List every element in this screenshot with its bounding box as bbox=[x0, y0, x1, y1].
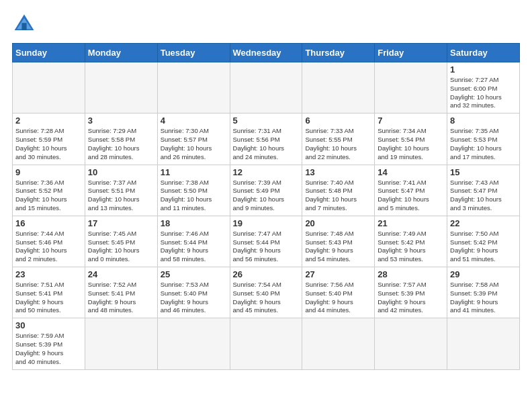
day-number: 3 bbox=[88, 116, 154, 126]
calendar-table: SundayMondayTuesdayWednesdayThursdayFrid… bbox=[12, 43, 520, 370]
day-number: 23 bbox=[15, 269, 82, 279]
day-number: 16 bbox=[15, 218, 82, 228]
calendar-cell: 26Sunrise: 7:54 AMSunset: 5:40 PMDayligh… bbox=[230, 267, 302, 318]
day-info: Sunrise: 7:43 AMSunset: 5:47 PMDaylight:… bbox=[450, 179, 517, 213]
day-info: Sunrise: 7:48 AMSunset: 5:43 PMDaylight:… bbox=[305, 230, 371, 264]
day-info: Sunrise: 7:49 AMSunset: 5:42 PMDaylight:… bbox=[378, 230, 444, 264]
calendar-cell bbox=[302, 62, 375, 113]
logo-icon bbox=[12, 12, 36, 36]
calendar-cell: 1Sunrise: 7:27 AMSunset: 6:00 PMDaylight… bbox=[447, 62, 520, 113]
day-number: 6 bbox=[305, 116, 371, 126]
calendar-cell: 5Sunrise: 7:31 AMSunset: 5:56 PMDaylight… bbox=[230, 113, 302, 165]
calendar-cell: 3Sunrise: 7:29 AMSunset: 5:58 PMDaylight… bbox=[85, 113, 157, 165]
day-info: Sunrise: 7:50 AMSunset: 5:42 PMDaylight:… bbox=[450, 230, 517, 264]
calendar-cell: 16Sunrise: 7:44 AMSunset: 5:46 PMDayligh… bbox=[13, 216, 85, 267]
calendar-header-thursday: Thursday bbox=[302, 44, 375, 62]
calendar-header-tuesday: Tuesday bbox=[157, 44, 230, 62]
day-info: Sunrise: 7:36 AMSunset: 5:52 PMDaylight:… bbox=[15, 179, 82, 213]
day-number: 29 bbox=[450, 269, 517, 279]
day-info: Sunrise: 7:53 AMSunset: 5:40 PMDaylight:… bbox=[161, 281, 227, 315]
calendar-header-row: SundayMondayTuesdayWednesdayThursdayFrid… bbox=[13, 44, 520, 62]
day-number: 5 bbox=[233, 116, 300, 126]
day-number: 18 bbox=[161, 218, 227, 228]
day-number: 14 bbox=[378, 167, 444, 177]
calendar-week-5: 23Sunrise: 7:51 AMSunset: 5:41 PMDayligh… bbox=[13, 267, 520, 318]
day-info: Sunrise: 7:38 AMSunset: 5:50 PMDaylight:… bbox=[161, 179, 227, 213]
day-info: Sunrise: 7:35 AMSunset: 5:53 PMDaylight:… bbox=[450, 127, 517, 161]
day-number: 11 bbox=[161, 167, 227, 177]
calendar-cell: 2Sunrise: 7:28 AMSunset: 5:59 PMDaylight… bbox=[13, 113, 85, 165]
day-info: Sunrise: 7:40 AMSunset: 5:48 PMDaylight:… bbox=[305, 179, 371, 213]
calendar-cell: 15Sunrise: 7:43 AMSunset: 5:47 PMDayligh… bbox=[447, 165, 520, 216]
day-info: Sunrise: 7:29 AMSunset: 5:58 PMDaylight:… bbox=[88, 127, 154, 161]
calendar-week-1: 1Sunrise: 7:27 AMSunset: 6:00 PMDaylight… bbox=[13, 62, 520, 113]
calendar-cell: 13Sunrise: 7:40 AMSunset: 5:48 PMDayligh… bbox=[302, 165, 375, 216]
day-number: 13 bbox=[305, 167, 371, 177]
day-number: 15 bbox=[450, 167, 517, 177]
calendar-cell: 17Sunrise: 7:45 AMSunset: 5:45 PMDayligh… bbox=[85, 216, 157, 267]
calendar-header-friday: Friday bbox=[375, 44, 447, 62]
day-info: Sunrise: 7:56 AMSunset: 5:40 PMDaylight:… bbox=[305, 281, 371, 315]
day-number: 10 bbox=[88, 167, 154, 177]
day-number: 22 bbox=[450, 218, 517, 228]
svg-rect-2 bbox=[21, 23, 26, 30]
day-info: Sunrise: 7:54 AMSunset: 5:40 PMDaylight:… bbox=[233, 281, 300, 315]
calendar-week-3: 9Sunrise: 7:36 AMSunset: 5:52 PMDaylight… bbox=[13, 165, 520, 216]
calendar-cell: 10Sunrise: 7:37 AMSunset: 5:51 PMDayligh… bbox=[85, 165, 157, 216]
calendar-week-6: 30Sunrise: 7:59 AMSunset: 5:39 PMDayligh… bbox=[13, 318, 520, 369]
calendar-cell: 6Sunrise: 7:33 AMSunset: 5:55 PMDaylight… bbox=[302, 113, 375, 165]
calendar-cell bbox=[375, 318, 447, 369]
calendar-cell: 4Sunrise: 7:30 AMSunset: 5:57 PMDaylight… bbox=[157, 113, 230, 165]
calendar-cell: 20Sunrise: 7:48 AMSunset: 5:43 PMDayligh… bbox=[302, 216, 375, 267]
header bbox=[12, 12, 520, 36]
calendar-cell bbox=[157, 62, 230, 113]
calendar-cell: 11Sunrise: 7:38 AMSunset: 5:50 PMDayligh… bbox=[157, 165, 230, 216]
day-number: 8 bbox=[450, 116, 517, 126]
day-number: 30 bbox=[15, 320, 82, 330]
day-info: Sunrise: 7:37 AMSunset: 5:51 PMDaylight:… bbox=[88, 179, 154, 213]
day-info: Sunrise: 7:39 AMSunset: 5:49 PMDaylight:… bbox=[233, 179, 300, 213]
day-info: Sunrise: 7:27 AMSunset: 6:00 PMDaylight:… bbox=[450, 76, 517, 110]
calendar-cell: 12Sunrise: 7:39 AMSunset: 5:49 PMDayligh… bbox=[230, 165, 302, 216]
calendar-header-monday: Monday bbox=[85, 44, 157, 62]
day-info: Sunrise: 7:58 AMSunset: 5:39 PMDaylight:… bbox=[450, 281, 517, 315]
calendar-cell bbox=[157, 318, 230, 369]
logo bbox=[12, 12, 40, 36]
day-number: 25 bbox=[161, 269, 227, 279]
day-info: Sunrise: 7:34 AMSunset: 5:54 PMDaylight:… bbox=[378, 127, 444, 161]
calendar-cell: 18Sunrise: 7:46 AMSunset: 5:44 PMDayligh… bbox=[157, 216, 230, 267]
calendar-cell bbox=[230, 62, 302, 113]
day-number: 12 bbox=[233, 167, 300, 177]
calendar-week-4: 16Sunrise: 7:44 AMSunset: 5:46 PMDayligh… bbox=[13, 216, 520, 267]
day-number: 17 bbox=[88, 218, 154, 228]
day-info: Sunrise: 7:52 AMSunset: 5:41 PMDaylight:… bbox=[88, 281, 154, 315]
calendar-cell: 23Sunrise: 7:51 AMSunset: 5:41 PMDayligh… bbox=[13, 267, 85, 318]
calendar-cell: 7Sunrise: 7:34 AMSunset: 5:54 PMDaylight… bbox=[375, 113, 447, 165]
day-number: 27 bbox=[305, 269, 371, 279]
calendar-header-wednesday: Wednesday bbox=[230, 44, 302, 62]
calendar-cell: 30Sunrise: 7:59 AMSunset: 5:39 PMDayligh… bbox=[13, 318, 85, 369]
calendar-cell: 29Sunrise: 7:58 AMSunset: 5:39 PMDayligh… bbox=[447, 267, 520, 318]
calendar-cell: 8Sunrise: 7:35 AMSunset: 5:53 PMDaylight… bbox=[447, 113, 520, 165]
day-info: Sunrise: 7:28 AMSunset: 5:59 PMDaylight:… bbox=[15, 127, 82, 161]
calendar-week-2: 2Sunrise: 7:28 AMSunset: 5:59 PMDaylight… bbox=[13, 113, 520, 165]
day-info: Sunrise: 7:46 AMSunset: 5:44 PMDaylight:… bbox=[161, 230, 227, 264]
day-info: Sunrise: 7:45 AMSunset: 5:45 PMDaylight:… bbox=[88, 230, 154, 264]
day-number: 2 bbox=[15, 116, 82, 126]
day-number: 7 bbox=[378, 116, 444, 126]
calendar-cell: 24Sunrise: 7:52 AMSunset: 5:41 PMDayligh… bbox=[85, 267, 157, 318]
calendar-cell bbox=[375, 62, 447, 113]
day-info: Sunrise: 7:59 AMSunset: 5:39 PMDaylight:… bbox=[15, 332, 82, 366]
day-info: Sunrise: 7:33 AMSunset: 5:55 PMDaylight:… bbox=[305, 127, 371, 161]
calendar-header-saturday: Saturday bbox=[447, 44, 520, 62]
day-number: 19 bbox=[233, 218, 300, 228]
calendar-cell bbox=[85, 62, 157, 113]
day-info: Sunrise: 7:44 AMSunset: 5:46 PMDaylight:… bbox=[15, 230, 82, 264]
calendar-cell: 21Sunrise: 7:49 AMSunset: 5:42 PMDayligh… bbox=[375, 216, 447, 267]
calendar-cell: 22Sunrise: 7:50 AMSunset: 5:42 PMDayligh… bbox=[447, 216, 520, 267]
calendar-cell bbox=[230, 318, 302, 369]
day-number: 4 bbox=[161, 116, 227, 126]
day-number: 24 bbox=[88, 269, 154, 279]
calendar-cell: 9Sunrise: 7:36 AMSunset: 5:52 PMDaylight… bbox=[13, 165, 85, 216]
calendar-cell bbox=[447, 318, 520, 369]
